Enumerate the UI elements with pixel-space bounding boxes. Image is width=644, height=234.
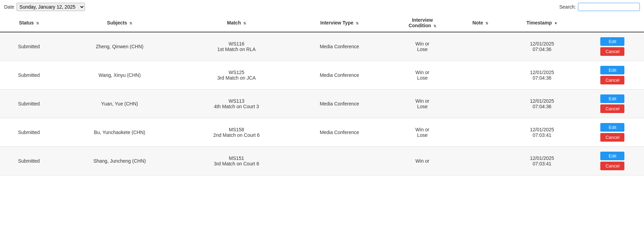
edit-button-2[interactable]: Edit [600,94,624,103]
cell-actions-1: Edit Cancel [581,61,644,90]
col-timestamp-label: Timestamp [526,20,552,26]
col-note-label: Note [472,20,483,26]
search-label: Search: [559,4,576,10]
cell-match-1: WS1253rd Match on JCA [181,61,292,90]
col-header-subjects[interactable]: Subjects ⇅ [58,14,181,32]
cell-interview-type-1: Media Conference [292,61,387,90]
table-row: Submitted Zheng, Qinwen (CHN) WS1161st M… [0,32,644,61]
edit-button-3[interactable]: Edit [600,123,624,132]
col-header-timestamp[interactable]: Timestamp ▼ [503,14,581,32]
cell-interview-condition-2: Win orLose [387,90,458,118]
col-subjects-label: Subjects [107,20,127,26]
sort-icon-status: ⇅ [36,21,39,25]
cell-interview-type-2: Media Conference [292,90,387,118]
cell-interview-condition-3: Win orLose [387,118,458,147]
cell-actions-3: Edit Cancel [581,118,644,147]
col-interview-condition-label: InterviewCondition [409,17,433,28]
cell-timestamp-0: 12/01/202507:04:36 [503,32,581,61]
col-status-label: Status [19,20,34,26]
cell-subjects-4: Shang, Juncheng (CHN) [58,147,181,175]
cell-match-2: WS1134th Match on Court 3 [181,90,292,118]
cell-actions-2: Edit Cancel [581,90,644,118]
cell-timestamp-3: 12/01/202507:03:41 [503,118,581,147]
cell-interview-condition-0: Win orLose [387,32,458,61]
cell-interview-condition-4: Win or [387,147,458,175]
cell-subjects-1: Wang, Xinyu (CHN) [58,61,181,90]
col-header-match[interactable]: Match ⇅ [181,14,292,32]
col-header-interview-condition[interactable]: InterviewCondition ⇅ [387,14,458,32]
cancel-button-1[interactable]: Cancel [600,76,624,84]
cell-subjects-2: Yuan, Yue (CHN) [58,90,181,118]
cell-interview-type-0: Media Conference [292,32,387,61]
top-bar: Date Sunday, January 12, 2025Monday, Jan… [0,0,644,14]
sort-icon-match: ⇅ [243,21,246,25]
cell-match-4: MS1513rd Match on Court 6 [181,147,292,175]
cell-match-0: WS1161st Match on RLA [181,32,292,61]
cell-interview-type-4 [292,147,387,175]
table-header-row: Status ⇅ Subjects ⇅ Match ⇅ Interview Ty… [0,14,644,32]
cell-status-0: Submitted [0,32,58,61]
cell-subjects-0: Zheng, Qinwen (CHN) [58,32,181,61]
cell-subjects-3: Bu, Yunchaokete (CHN) [58,118,181,147]
edit-button-1[interactable]: Edit [600,66,624,74]
cell-status-2: Submitted [0,90,58,118]
col-header-status[interactable]: Status ⇅ [0,14,58,32]
col-header-note[interactable]: Note ⇅ [458,14,503,32]
col-interview-type-label: Interview Type [320,20,353,26]
table-row: Submitted Bu, Yunchaokete (CHN) MS1582nd… [0,118,644,147]
cell-note-4 [458,147,503,175]
sort-icon-subjects: ⇅ [129,21,132,25]
cell-timestamp-2: 12/01/202507:04:36 [503,90,581,118]
cell-note-3 [458,118,503,147]
cell-status-1: Submitted [0,61,58,90]
sort-icon-timestamp: ▼ [554,21,558,25]
cancel-button-3[interactable]: Cancel [600,133,624,142]
cancel-button-2[interactable]: Cancel [600,104,624,113]
search-section: Search: [559,3,640,11]
cell-match-3: MS1582nd Match on Court 6 [181,118,292,147]
table-row: Submitted Shang, Juncheng (CHN) MS1513rd… [0,147,644,175]
sort-icon-interview-condition: ⇅ [433,24,436,28]
col-header-interview-type[interactable]: Interview Type ⇅ [292,14,387,32]
cell-note-0 [458,32,503,61]
col-header-actions [581,14,644,32]
cell-timestamp-4: 12/01/202507:03:41 [503,147,581,175]
cell-interview-condition-1: Win orLose [387,61,458,90]
edit-button-0[interactable]: Edit [600,37,624,46]
table-row: Submitted Wang, Xinyu (CHN) WS1253rd Mat… [0,61,644,90]
search-input[interactable] [578,3,640,11]
sort-icon-interview-type: ⇅ [356,21,358,25]
cell-status-3: Submitted [0,118,58,147]
col-match-label: Match [227,20,241,26]
cell-note-1 [458,61,503,90]
cell-actions-4: Edit Cancel [581,147,644,175]
cell-status-4: Submitted [0,147,58,175]
cell-actions-0: Edit Cancel [581,32,644,61]
edit-button-4[interactable]: Edit [600,152,624,160]
cell-interview-type-3: Media Conference [292,118,387,147]
cell-note-2 [458,90,503,118]
date-select[interactable]: Sunday, January 12, 2025Monday, January … [17,3,85,11]
cancel-button-4[interactable]: Cancel [600,162,624,170]
cell-timestamp-1: 12/01/202507:04:36 [503,61,581,90]
date-section: Date Sunday, January 12, 2025Monday, Jan… [4,3,85,11]
main-table: Status ⇅ Subjects ⇅ Match ⇅ Interview Ty… [0,14,644,175]
table-row: Submitted Yuan, Yue (CHN) WS1134th Match… [0,90,644,118]
date-label: Date [4,4,14,10]
cancel-button-0[interactable]: Cancel [600,47,624,56]
sort-icon-note: ⇅ [485,21,488,25]
